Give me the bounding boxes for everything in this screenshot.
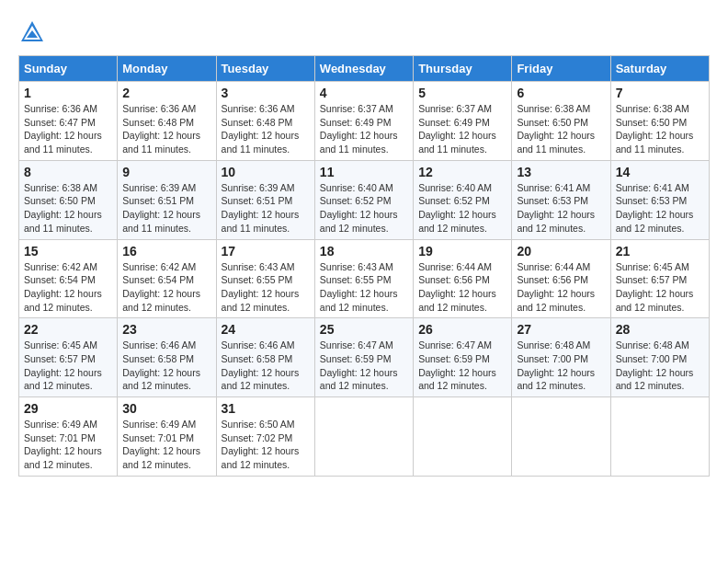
- day-number: 5: [418, 86, 506, 100]
- calendar-cell: 27Sunrise: 6:48 AM Sunset: 7:00 PM Dayli…: [512, 318, 610, 397]
- day-number: 28: [616, 322, 704, 337]
- calendar-cell: 7Sunrise: 6:38 AM Sunset: 6:50 PM Daylig…: [610, 82, 709, 161]
- calendar-cell: 13Sunrise: 6:41 AM Sunset: 6:53 PM Dayli…: [512, 160, 610, 239]
- day-number: 14: [616, 165, 704, 179]
- calendar-cell: 2Sunrise: 6:36 AM Sunset: 6:48 PM Daylig…: [118, 82, 216, 161]
- day-number: 10: [222, 165, 310, 179]
- day-info: Sunrise: 6:45 AM Sunset: 6:57 PM Dayligh…: [24, 339, 112, 393]
- day-number: 9: [122, 165, 210, 179]
- day-info: Sunrise: 6:42 AM Sunset: 6:54 PM Dayligh…: [24, 260, 112, 315]
- calendar-cell: 21Sunrise: 6:45 AM Sunset: 6:57 PM Dayli…: [610, 239, 709, 318]
- calendar-cell: 16Sunrise: 6:42 AM Sunset: 6:54 PM Dayli…: [118, 239, 216, 318]
- logo: [18, 18, 50, 46]
- day-number: 3: [222, 86, 310, 100]
- day-info: Sunrise: 6:39 AM Sunset: 6:51 PM Dayligh…: [222, 181, 310, 236]
- calendar-cell: 6Sunrise: 6:38 AM Sunset: 6:50 PM Daylig…: [512, 82, 610, 161]
- day-info: Sunrise: 6:36 AM Sunset: 6:48 PM Dayligh…: [122, 102, 210, 156]
- calendar-cell: 15Sunrise: 6:42 AM Sunset: 6:54 PM Dayli…: [19, 239, 118, 318]
- day-info: Sunrise: 6:38 AM Sunset: 6:50 PM Dayligh…: [24, 181, 112, 236]
- day-info: Sunrise: 6:43 AM Sunset: 6:55 PM Dayligh…: [320, 260, 408, 315]
- calendar-cell: 22Sunrise: 6:45 AM Sunset: 6:57 PM Dayli…: [19, 318, 118, 397]
- day-info: Sunrise: 6:49 AM Sunset: 7:01 PM Dayligh…: [24, 418, 112, 472]
- day-number: 11: [320, 165, 408, 179]
- day-info: Sunrise: 6:47 AM Sunset: 6:59 PM Dayligh…: [418, 339, 506, 393]
- calendar-cell: 25Sunrise: 6:47 AM Sunset: 6:59 PM Dayli…: [314, 318, 413, 397]
- calendar-week-row: 15Sunrise: 6:42 AM Sunset: 6:54 PM Dayli…: [19, 239, 710, 318]
- calendar-cell: [314, 397, 413, 477]
- day-header-monday: Monday: [118, 56, 216, 82]
- day-info: Sunrise: 6:48 AM Sunset: 7:00 PM Dayligh…: [517, 339, 605, 393]
- calendar-cell: [610, 397, 709, 477]
- calendar-cell: 24Sunrise: 6:46 AM Sunset: 6:58 PM Dayli…: [216, 318, 314, 397]
- day-number: 19: [418, 244, 506, 259]
- day-info: Sunrise: 6:44 AM Sunset: 6:56 PM Dayligh…: [517, 260, 605, 315]
- day-number: 17: [222, 244, 310, 259]
- calendar-table: SundayMondayTuesdayWednesdayThursdayFrid…: [18, 55, 710, 477]
- day-header-tuesday: Tuesday: [216, 56, 314, 82]
- day-info: Sunrise: 6:36 AM Sunset: 6:47 PM Dayligh…: [24, 102, 112, 156]
- calendar-cell: 5Sunrise: 6:37 AM Sunset: 6:49 PM Daylig…: [414, 82, 512, 161]
- day-number: 25: [320, 322, 408, 337]
- calendar-cell: 23Sunrise: 6:46 AM Sunset: 6:58 PM Dayli…: [118, 318, 216, 397]
- calendar-cell: [414, 397, 512, 477]
- day-info: Sunrise: 6:45 AM Sunset: 6:57 PM Dayligh…: [616, 260, 704, 315]
- calendar-header-row: SundayMondayTuesdayWednesdayThursdayFrid…: [19, 56, 710, 82]
- day-number: 7: [616, 86, 704, 100]
- day-header-wednesday: Wednesday: [314, 56, 413, 82]
- day-number: 26: [418, 322, 506, 337]
- day-number: 13: [517, 165, 605, 179]
- day-info: Sunrise: 6:41 AM Sunset: 6:53 PM Dayligh…: [616, 181, 704, 236]
- calendar-cell: 28Sunrise: 6:48 AM Sunset: 7:00 PM Dayli…: [610, 318, 709, 397]
- day-number: 27: [517, 322, 605, 337]
- day-number: 18: [320, 244, 408, 259]
- day-number: 6: [517, 86, 605, 100]
- logo-icon: [18, 18, 46, 46]
- calendar-cell: 20Sunrise: 6:44 AM Sunset: 6:56 PM Dayli…: [512, 239, 610, 318]
- calendar-cell: 17Sunrise: 6:43 AM Sunset: 6:55 PM Dayli…: [216, 239, 314, 318]
- day-number: 22: [24, 322, 112, 337]
- day-number: 30: [122, 401, 210, 416]
- day-header-friday: Friday: [512, 56, 610, 82]
- day-info: Sunrise: 6:47 AM Sunset: 6:59 PM Dayligh…: [320, 339, 408, 393]
- day-info: Sunrise: 6:43 AM Sunset: 6:55 PM Dayligh…: [222, 260, 310, 315]
- page-header: [18, 18, 710, 46]
- calendar-week-row: 29Sunrise: 6:49 AM Sunset: 7:01 PM Dayli…: [19, 397, 710, 477]
- calendar-cell: 12Sunrise: 6:40 AM Sunset: 6:52 PM Dayli…: [414, 160, 512, 239]
- calendar-cell: 30Sunrise: 6:49 AM Sunset: 7:01 PM Dayli…: [118, 397, 216, 477]
- calendar-week-row: 1Sunrise: 6:36 AM Sunset: 6:47 PM Daylig…: [19, 82, 710, 161]
- day-info: Sunrise: 6:39 AM Sunset: 6:51 PM Dayligh…: [122, 181, 210, 236]
- day-info: Sunrise: 6:46 AM Sunset: 6:58 PM Dayligh…: [122, 339, 210, 393]
- calendar-cell: 26Sunrise: 6:47 AM Sunset: 6:59 PM Dayli…: [414, 318, 512, 397]
- day-info: Sunrise: 6:44 AM Sunset: 6:56 PM Dayligh…: [418, 260, 506, 315]
- calendar-cell: 4Sunrise: 6:37 AM Sunset: 6:49 PM Daylig…: [314, 82, 413, 161]
- calendar-cell: [512, 397, 610, 477]
- day-info: Sunrise: 6:40 AM Sunset: 6:52 PM Dayligh…: [320, 181, 408, 236]
- day-info: Sunrise: 6:49 AM Sunset: 7:01 PM Dayligh…: [122, 418, 210, 472]
- day-number: 1: [24, 86, 112, 100]
- day-info: Sunrise: 6:42 AM Sunset: 6:54 PM Dayligh…: [122, 260, 210, 315]
- calendar-cell: 10Sunrise: 6:39 AM Sunset: 6:51 PM Dayli…: [216, 160, 314, 239]
- day-number: 23: [122, 322, 210, 337]
- calendar-cell: 14Sunrise: 6:41 AM Sunset: 6:53 PM Dayli…: [610, 160, 709, 239]
- calendar-cell: 19Sunrise: 6:44 AM Sunset: 6:56 PM Dayli…: [414, 239, 512, 318]
- day-number: 2: [122, 86, 210, 100]
- day-number: 24: [222, 322, 310, 337]
- day-number: 21: [616, 244, 704, 259]
- calendar-cell: 11Sunrise: 6:40 AM Sunset: 6:52 PM Dayli…: [314, 160, 413, 239]
- calendar-cell: 1Sunrise: 6:36 AM Sunset: 6:47 PM Daylig…: [19, 82, 118, 161]
- calendar-week-row: 22Sunrise: 6:45 AM Sunset: 6:57 PM Dayli…: [19, 318, 710, 397]
- day-info: Sunrise: 6:40 AM Sunset: 6:52 PM Dayligh…: [418, 181, 506, 236]
- day-info: Sunrise: 6:37 AM Sunset: 6:49 PM Dayligh…: [320, 102, 408, 156]
- day-info: Sunrise: 6:37 AM Sunset: 6:49 PM Dayligh…: [418, 102, 506, 156]
- day-number: 29: [24, 401, 112, 416]
- day-info: Sunrise: 6:48 AM Sunset: 7:00 PM Dayligh…: [616, 339, 704, 393]
- day-number: 12: [418, 165, 506, 179]
- day-number: 20: [517, 244, 605, 259]
- day-info: Sunrise: 6:46 AM Sunset: 6:58 PM Dayligh…: [222, 339, 310, 393]
- calendar-cell: 3Sunrise: 6:36 AM Sunset: 6:48 PM Daylig…: [216, 82, 314, 161]
- day-number: 15: [24, 244, 112, 259]
- day-header-saturday: Saturday: [610, 56, 709, 82]
- calendar-cell: 29Sunrise: 6:49 AM Sunset: 7:01 PM Dayli…: [19, 397, 118, 477]
- day-info: Sunrise: 6:38 AM Sunset: 6:50 PM Dayligh…: [616, 102, 704, 156]
- calendar-cell: 18Sunrise: 6:43 AM Sunset: 6:55 PM Dayli…: [314, 239, 413, 318]
